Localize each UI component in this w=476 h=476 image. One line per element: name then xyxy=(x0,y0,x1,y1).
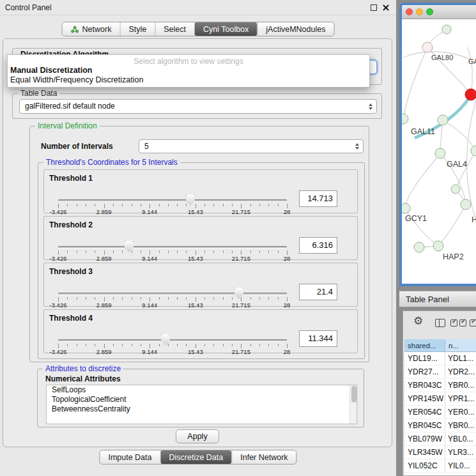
float-window-icon[interactable] xyxy=(371,4,377,11)
table-cell[interactable]: YIL052C xyxy=(404,459,445,472)
tab-cyni-toolbox[interactable]: Cyni Toolbox xyxy=(194,22,257,36)
attribute-list-item[interactable]: TopologicalCoefficient xyxy=(47,395,357,404)
table-cell[interactable]: YBR045C xyxy=(404,419,445,432)
apply-button[interactable]: Apply xyxy=(176,429,219,443)
dropdown-option-manual[interactable]: Manual Discretization xyxy=(8,66,369,75)
table-cell[interactable]: YDL19... xyxy=(404,352,445,365)
settings-gear-icon[interactable] xyxy=(413,314,425,326)
slider-tick xyxy=(278,297,279,300)
column-header-name[interactable]: n... xyxy=(445,339,476,352)
column-header-shared-name[interactable]: shared... xyxy=(404,339,445,352)
checkbox-icon[interactable] xyxy=(459,319,466,326)
scrollbar-thumb[interactable] xyxy=(351,386,357,403)
num-intervals-select[interactable]: 5 xyxy=(139,139,364,153)
table-row[interactable]: YBR045CYBR0... xyxy=(404,419,476,433)
network-node[interactable] xyxy=(465,89,476,100)
tab-impute-data[interactable]: Impute Data xyxy=(100,450,160,464)
tab-infer-network[interactable]: Infer Network xyxy=(231,450,296,464)
threshold-slider[interactable]: -3.4262.8599.14415.4321.71528 xyxy=(58,196,287,213)
column-chooser-icon[interactable] xyxy=(435,319,445,327)
table-cell[interactable]: YBR043C xyxy=(404,379,445,392)
table-cell[interactable]: YBR0... xyxy=(445,419,476,432)
table-row[interactable]: YBR043CYBR0... xyxy=(404,379,476,392)
table-row[interactable]: YPR145WYPR1... xyxy=(404,392,476,406)
network-node[interactable] xyxy=(435,148,445,158)
table-row[interactable]: YER054CYER0... xyxy=(404,406,476,419)
attribute-list-item[interactable]: SelfLoops xyxy=(47,385,357,395)
table-cell[interactable]: YBR0... xyxy=(445,379,476,392)
table-cell[interactable]: YBL0... xyxy=(445,433,476,445)
zoom-traffic-light-icon[interactable] xyxy=(426,8,433,15)
table-cell[interactable]: YPR145W xyxy=(404,392,445,405)
slider-tick xyxy=(177,250,178,253)
threshold-slider[interactable]: -3.4262.8599.14415.4321.71528 xyxy=(58,242,287,260)
table-row[interactable]: YDL19...YDL1... xyxy=(404,352,476,365)
table-row[interactable]: YLR345WYLR3... xyxy=(404,446,476,459)
tab-jactivemodules[interactable]: jActiveMNodules xyxy=(257,22,334,36)
slider-track[interactable] xyxy=(58,339,287,341)
cyni-toolbox-panel: Discretization Algorithm Select algorith… xyxy=(3,38,392,447)
scrollbar[interactable] xyxy=(349,385,357,424)
slider-tick xyxy=(213,297,214,300)
num-intervals-label: Number of Intervals xyxy=(41,142,113,151)
table-cell[interactable]: YLR3... xyxy=(445,446,476,459)
network-node[interactable] xyxy=(461,199,471,210)
dropdown-option-equal-width[interactable]: Equal Width/Frequency Discretization xyxy=(8,75,369,85)
network-node[interactable] xyxy=(442,25,451,34)
table-cell[interactable]: YLR345W xyxy=(404,446,445,459)
checkbox-icon[interactable] xyxy=(470,319,476,326)
numerical-attributes-list[interactable]: SelfLoopsTopologicalCoefficientBetweenne… xyxy=(46,385,357,424)
tab-style[interactable]: Style xyxy=(119,22,155,36)
threshold-value-field[interactable]: 21.4 xyxy=(299,284,337,300)
slider-tick xyxy=(141,297,141,300)
network-node[interactable] xyxy=(414,242,424,252)
network-node-label: GAL4 xyxy=(447,160,467,169)
threshold-slider[interactable]: -3.4262.8599.14415.4321.71528 xyxy=(58,335,287,353)
network-window-titlebar[interactable] xyxy=(402,5,476,19)
network-node[interactable] xyxy=(438,115,448,125)
table-cell[interactable]: YDR27... xyxy=(404,365,445,378)
network-node[interactable] xyxy=(471,146,476,156)
threshold-value-field[interactable]: 6.316 xyxy=(299,237,337,254)
threshold-slider[interactable]: -3.4262.8599.14415.4321.71528 xyxy=(58,289,287,307)
table-cell[interactable]: YDL1... xyxy=(445,352,476,365)
close-traffic-light-icon[interactable] xyxy=(406,8,413,15)
slider-tick xyxy=(204,204,205,206)
slider-tick xyxy=(168,204,169,206)
network-node[interactable] xyxy=(402,114,408,124)
slider-tick xyxy=(278,250,279,253)
slider-track[interactable] xyxy=(58,199,287,201)
table-cell[interactable]: YPR1... xyxy=(445,392,476,405)
close-window-icon[interactable] xyxy=(382,4,390,12)
table-row[interactable]: YBL079WYBL0... xyxy=(404,433,476,446)
slider-scale-label: 21.715 xyxy=(232,255,250,262)
checkbox-icon[interactable] xyxy=(450,319,457,326)
slider-tick xyxy=(132,344,132,346)
threshold-value-field[interactable]: 11.344 xyxy=(299,330,337,347)
network-canvas[interactable]: GAL80GAGAL11GAL4GCY1HHAP2 xyxy=(402,19,476,284)
table-data-select[interactable]: galFiltered.sif default node xyxy=(19,99,377,114)
threshold-value-field[interactable]: 14.713 xyxy=(299,190,337,207)
network-node-label: H xyxy=(472,215,476,224)
table-row[interactable]: YIL052CYIL0... xyxy=(404,459,476,473)
slider-tick xyxy=(223,344,224,346)
table-cell[interactable]: YER054C xyxy=(404,406,445,418)
slider-track[interactable] xyxy=(58,293,287,295)
tab-select[interactable]: Select xyxy=(155,22,194,36)
network-node[interactable] xyxy=(451,185,460,194)
table-row[interactable]: YDR27...YDR2... xyxy=(404,365,476,379)
table-cell[interactable]: YBL079W xyxy=(404,433,445,445)
tab-network[interactable]: Network xyxy=(63,22,120,36)
table-cell[interactable]: YER0... xyxy=(445,406,476,418)
network-node[interactable] xyxy=(433,241,443,251)
table-cell[interactable]: YIL0... xyxy=(445,459,476,472)
network-node[interactable] xyxy=(402,203,410,213)
network-node[interactable] xyxy=(422,42,433,52)
table-cell[interactable]: YDR2... xyxy=(445,365,476,378)
tab-discretize-data[interactable]: Discretize Data xyxy=(160,450,232,464)
tab-label: jActiveMNodules xyxy=(266,25,325,34)
slider-track[interactable] xyxy=(58,246,287,248)
minimize-traffic-light-icon[interactable] xyxy=(416,8,423,15)
slider-tick xyxy=(159,297,160,300)
attribute-list-item[interactable]: BetweennessCentrality xyxy=(47,404,357,414)
